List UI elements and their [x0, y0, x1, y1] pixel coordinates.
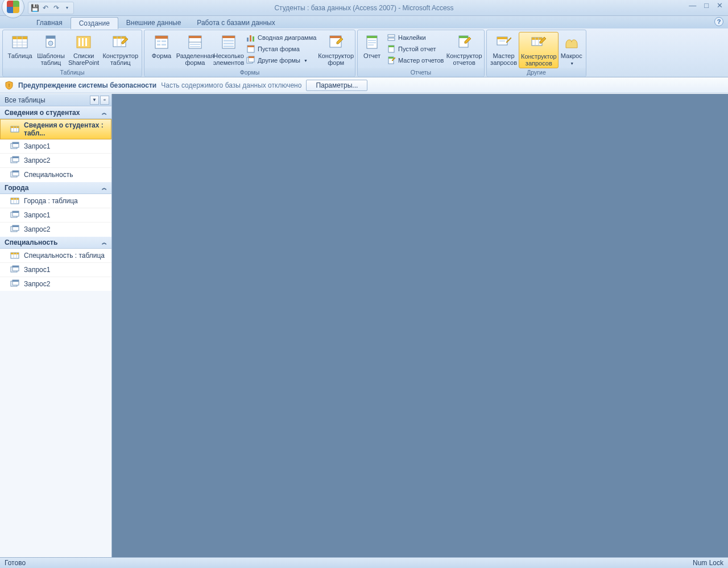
svg-rect-48 [388, 35, 395, 37]
nav-item-label: Запрос1 [24, 142, 50, 150]
nav-item-query[interactable]: Запрос1 [0, 263, 111, 277]
macro-label: Макрос [561, 52, 582, 59]
svg-rect-32 [224, 46, 234, 47]
nav-item-table[interactable]: Города : таблица [0, 194, 111, 208]
undo-icon[interactable]: ↶ [40, 3, 51, 13]
help-button[interactable]: ? [714, 17, 723, 26]
security-warning-bar: ! Предупреждение системы безопасности Ча… [0, 77, 728, 93]
table-button[interactable]: Таблица [5, 32, 35, 68]
close-button[interactable]: ✕ [715, 1, 725, 10]
query-icon [10, 211, 19, 220]
svg-rect-33 [247, 38, 249, 42]
minimize-button[interactable]: — [687, 1, 698, 10]
svg-rect-60 [532, 38, 542, 40]
nav-category[interactable]: Специальность ︽ [0, 236, 111, 249]
quick-access-toolbar: 💾 ↶ ↷ ▼ [28, 2, 74, 14]
maximize-button[interactable]: □ [702, 1, 710, 10]
blank-report-button[interactable]: Пустой отчет [384, 43, 446, 55]
svg-rect-14 [113, 36, 126, 39]
more-forms-button[interactable]: Другие формы ▼ [244, 55, 318, 66]
query-wizard-button[interactable]: Мастер запросов [489, 32, 519, 68]
nav-category-label: Сведения о студентах [5, 109, 80, 117]
labels-label: Наклейки [398, 34, 426, 41]
svg-rect-49 [388, 38, 395, 40]
nav-item-label: Запрос2 [24, 280, 50, 288]
sharepoint-lists-button[interactable]: Списки SharePoint [67, 32, 101, 68]
form-button[interactable]: Форма [146, 32, 177, 68]
nav-category[interactable]: Сведения о студентах ︽ [0, 106, 111, 119]
pivot-chart-label: Сводная диаграмма [258, 34, 316, 41]
qat-dropdown-icon[interactable]: ▼ [62, 3, 72, 13]
group-other-label: Другие [487, 68, 586, 77]
svg-rect-21 [157, 44, 160, 46]
window-title: Студенты : база данных (Access 2007) - M… [0, 4, 728, 12]
pivot-chart-button[interactable]: Сводная диаграмма [244, 32, 318, 43]
svg-rect-45 [368, 40, 376, 41]
group-forms-label: Формы [144, 68, 355, 77]
form-icon [152, 33, 171, 51]
chevron-up-icon: ︽ [102, 184, 107, 192]
form-design-button[interactable]: Конструктор форм [318, 32, 353, 68]
ribbon: Таблица Шаблоны таблиц Списки SharePoint… [0, 28, 728, 77]
query-icon [10, 225, 19, 234]
nav-dropdown-button[interactable]: ▼ [90, 96, 99, 105]
table-design-button[interactable]: Конструктор таблиц [101, 32, 140, 68]
macro-button[interactable]: Макрос▼ [559, 32, 584, 68]
report-design-button[interactable]: Конструктор отчетов [446, 32, 482, 68]
blank-form-icon [246, 44, 255, 53]
nav-item-query[interactable]: Запрос1 [0, 208, 111, 223]
ribbon-group-forms: Форма Разделенная форма Несколько элемен… [144, 30, 355, 77]
report-icon [363, 33, 381, 51]
nav-item-table[interactable]: Специальность : таблица [0, 249, 111, 263]
tab-home[interactable]: Главная [28, 17, 71, 28]
blank-form-button[interactable]: Пустая форма [244, 43, 318, 55]
form-design-icon [327, 33, 345, 51]
nav-item-label: Запрос1 [24, 266, 50, 274]
table-design-icon [111, 33, 130, 51]
query-design-button[interactable]: Конструктор запросов [519, 32, 559, 68]
query-icon [10, 156, 19, 165]
svg-rect-20 [162, 40, 166, 42]
save-icon[interactable]: 💾 [30, 3, 40, 13]
labels-button[interactable]: Наклейки [384, 32, 446, 43]
multi-items-button[interactable]: Несколько элементов [213, 32, 244, 68]
ribbon-group-tables: Таблица Шаблоны таблиц Списки SharePoint… [2, 30, 142, 77]
nav-item-query[interactable]: Запрос2 [0, 277, 111, 291]
chevron-down-icon: ▼ [570, 61, 574, 65]
nav-item-query[interactable]: Специальность [0, 168, 111, 182]
nav-item-label: Запрос2 [24, 225, 50, 233]
office-button[interactable] [2, 0, 24, 18]
svg-rect-96 [13, 280, 19, 282]
nav-header[interactable]: Все таблицы ▼ « [0, 94, 111, 106]
sharepoint-lists-icon [75, 33, 93, 51]
svg-rect-76 [13, 171, 19, 172]
security-options-button[interactable]: Параметры... [306, 80, 367, 91]
macro-icon [562, 33, 581, 51]
split-form-button[interactable]: Разделенная форма [177, 32, 213, 68]
nav-collapse-button[interactable]: « [100, 96, 109, 105]
report-wizard-button[interactable]: Мастер отчетов [384, 55, 446, 66]
table-templates-icon [42, 33, 60, 51]
nav-header-title: Все таблицы [5, 96, 46, 104]
tab-external-data[interactable]: Внешние данные [118, 17, 189, 28]
svg-rect-26 [190, 44, 200, 45]
redo-icon[interactable]: ↷ [51, 3, 61, 13]
sharepoint-lists-label: Списки SharePoint [68, 52, 99, 66]
query-design-label: Конструктор запросов [521, 53, 557, 67]
nav-item-query[interactable]: Запрос1 [0, 139, 111, 154]
nav-category[interactable]: Города ︽ [0, 182, 111, 194]
nav-item-table[interactable]: Сведения о студентах : табл... [0, 119, 111, 139]
nav-item-query[interactable]: Запрос2 [0, 223, 111, 236]
table-templates-button[interactable]: Шаблоны таблиц [35, 32, 67, 68]
form-label: Форма [152, 52, 171, 59]
svg-rect-37 [247, 46, 254, 47]
nav-item-query[interactable]: Запрос2 [0, 154, 111, 168]
split-form-label: Разделенная форма [176, 52, 214, 66]
ribbon-group-other: Мастер запросов Конструктор запросов Мак… [486, 30, 586, 77]
chevron-up-icon: ︽ [102, 109, 107, 117]
report-button[interactable]: Отчет [359, 32, 384, 68]
report-design-label: Конструктор отчетов [446, 52, 482, 66]
tab-create[interactable]: Создание [71, 17, 118, 29]
multi-items-icon [220, 33, 238, 51]
tab-database-tools[interactable]: Работа с базами данных [189, 17, 283, 28]
